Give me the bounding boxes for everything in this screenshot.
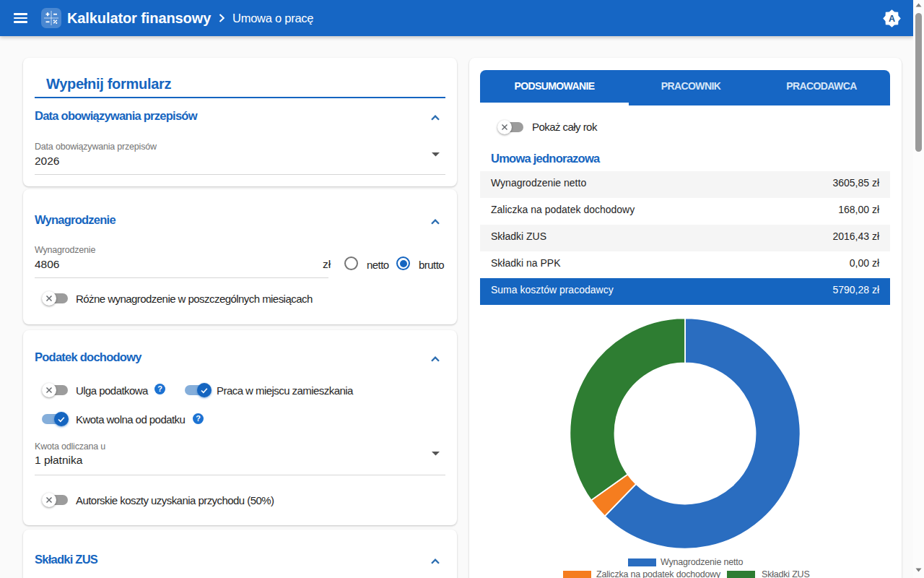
svg-text:A: A: [889, 14, 895, 24]
